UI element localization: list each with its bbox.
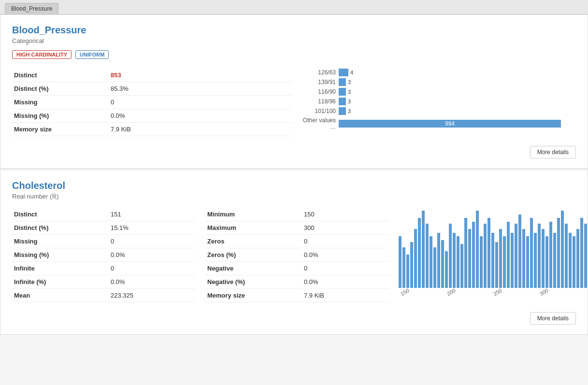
bp-badges: HIGH CARDINALITY UNIFORM: [12, 50, 576, 59]
stat-label: Maximum: [205, 221, 302, 235]
histogram-bar: [449, 224, 452, 288]
histogram-bar: [430, 236, 432, 288]
histogram-bar: [499, 229, 502, 288]
stat-value: 0: [109, 235, 196, 248]
cholesterol-more-details-row: More details: [12, 312, 576, 325]
bp-other-value: 984: [445, 120, 455, 127]
stat-value: 0.0%: [302, 248, 389, 262]
stat-label: Infinite: [12, 262, 109, 275]
bp-other-label: Other values …: [302, 117, 336, 130]
table-row: Missing (%) 0.0%: [12, 248, 196, 262]
table-row: Missing 0: [12, 96, 292, 109]
histogram-bar: [553, 233, 556, 288]
histogram-bar: [580, 218, 583, 288]
table-row: Infinite 0: [12, 262, 196, 275]
table-row: Zeros (%) 0.0%: [205, 248, 389, 262]
histogram-bar: [557, 218, 560, 288]
stat-label: Missing (%): [12, 248, 109, 262]
table-row: Minimum 150: [205, 208, 389, 221]
bp-chart-other-row: Other values … 984: [302, 117, 576, 130]
high-cardinality-badge: HIGH CARDINALITY: [12, 50, 72, 59]
histogram-bar: [545, 236, 548, 288]
bp-chart-row: 139/91 3: [302, 78, 576, 86]
table-row: Maximum 300: [205, 221, 389, 235]
stat-value: 0: [109, 96, 292, 109]
stat-label: Zeros (%): [205, 248, 302, 262]
bp-subtitle: Categorical: [12, 37, 576, 44]
table-row: Missing (%) 0.0%: [12, 109, 292, 123]
stat-value: 151: [109, 208, 196, 221]
blood-pressure-tab[interactable]: Blood_Pressure: [5, 3, 58, 14]
histogram-bar: [530, 218, 533, 288]
bp-bar-chart: 126/63 4 139/91 3 116/90 3 118/96: [302, 69, 576, 130]
histogram-bar: [410, 242, 413, 288]
table-row: Memory size 7.9 KiB: [12, 123, 292, 136]
bp-chart-col: 126/63 4 139/91 3 116/90 3 118/96: [302, 69, 576, 136]
bp-bar-value: 3: [348, 89, 351, 95]
stat-label: Distinct (%): [12, 221, 109, 235]
bp-bar-value: 3: [348, 108, 351, 114]
table-row: Distinct 853: [12, 69, 292, 82]
histogram-bar: [542, 229, 545, 288]
stat-label: Memory size: [12, 123, 109, 136]
stat-value: 0: [109, 262, 196, 275]
stat-value: 300: [302, 221, 389, 235]
histogram-bar: [565, 224, 568, 288]
bp-more-details-button[interactable]: More details: [530, 146, 576, 158]
bp-bar: [339, 98, 346, 105]
table-row: Negative 0: [205, 262, 389, 275]
stat-label: Distinct: [12, 208, 109, 221]
stat-value: 0.0%: [109, 275, 196, 289]
histogram-bar: [576, 229, 579, 288]
stat-label: Missing (%): [12, 109, 109, 123]
histogram-bar: [538, 224, 541, 288]
stat-value: 150: [302, 208, 389, 221]
histogram-bar: [437, 233, 440, 288]
stat-label: Zeros: [205, 235, 302, 248]
cholesterol-section: Cholesterol Real number (ℝ) Distinct 151…: [0, 169, 588, 335]
cholesterol-histogram-col: 150 200 250 300: [399, 208, 576, 302]
histogram-bar: [468, 229, 471, 288]
histogram-bar: [426, 224, 429, 288]
histogram-bar: [441, 240, 444, 288]
histogram-bar: [561, 211, 564, 288]
histogram-bar: [507, 222, 510, 288]
stat-label: Mean: [12, 289, 109, 302]
cholesterol-subtitle: Real number (ℝ): [12, 193, 576, 200]
cholesterol-right-table: Minimum 150 Maximum 300 Zeros 0 Zeros (%…: [205, 208, 389, 302]
cholesterol-left-stats: Distinct 151 Distinct (%) 15.1% Missing …: [12, 208, 196, 302]
bp-row-label: 139/91: [302, 79, 336, 86]
cholesterol-more-details-button[interactable]: More details: [530, 312, 576, 325]
stat-label: Memory size: [205, 289, 302, 302]
bp-row-label: 116/90: [302, 88, 336, 95]
cholesterol-content: Distinct 151 Distinct (%) 15.1% Missing …: [12, 208, 576, 302]
bp-title: Blood_Pressure: [12, 25, 576, 36]
table-row: Zeros 0: [205, 235, 389, 248]
histogram-bar: [569, 233, 572, 288]
uniform-badge: UNIFORM: [75, 50, 109, 59]
histogram-bar: [488, 218, 490, 288]
table-row: Negative (%) 0.0%: [205, 275, 389, 289]
histogram-bar: [503, 236, 506, 288]
cholesterol-title: Cholesterol: [12, 180, 576, 191]
histogram-bar: [457, 236, 459, 288]
histogram-bar: [511, 233, 514, 288]
bp-bar-value: 3: [348, 99, 351, 104]
histogram-x-axis: 150 200 250 300: [399, 292, 548, 298]
bp-bar-value: 3: [348, 79, 351, 85]
histogram-bar: [472, 222, 475, 288]
histogram-bar: [445, 251, 448, 288]
bp-bar: [339, 107, 346, 115]
histogram-bar: [522, 229, 525, 288]
histogram-bar: [433, 247, 436, 288]
histogram-bar: [515, 224, 517, 288]
blood-pressure-section: Blood_Pressure Categorical HIGH CARDINAL…: [0, 14, 588, 169]
histogram-bar: [418, 218, 421, 288]
bp-row-label: 126/63: [302, 69, 336, 76]
bp-chart-row: 118/96 3: [302, 98, 576, 105]
histogram-bar: [464, 218, 467, 288]
bp-row-label: 101/100: [302, 108, 336, 114]
table-row: Memory size 7.9 KiB: [205, 289, 389, 302]
bp-more-details-row: More details: [12, 146, 576, 158]
bp-chart-row: 126/63 4: [302, 69, 576, 76]
